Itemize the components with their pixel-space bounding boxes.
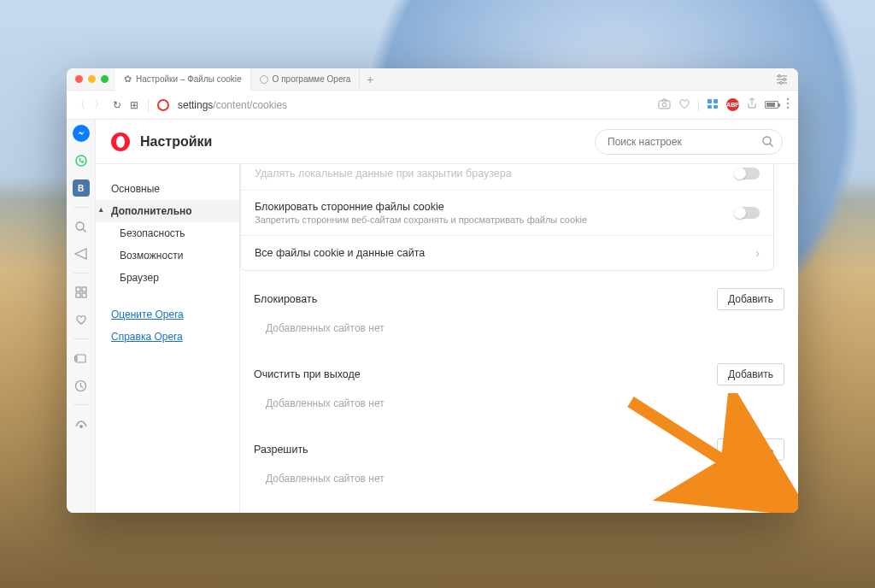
toolbar: 〈 〉 ↻ ⊞ settings/content/cookies ABP bbox=[67, 91, 798, 120]
svg-rect-17 bbox=[82, 293, 86, 297]
vk-icon[interactable]: B bbox=[73, 179, 90, 197]
easy-setup-icon[interactable] bbox=[769, 74, 795, 85]
settings-header: Настройки bbox=[96, 120, 798, 164]
svg-point-4 bbox=[662, 103, 667, 107]
settings-sidebar-icon[interactable] bbox=[73, 415, 90, 432]
row-label: Блокировать сторонние файлы cookie bbox=[255, 201, 734, 213]
svg-point-11 bbox=[787, 107, 790, 109]
minimize-window-icon[interactable] bbox=[88, 75, 96, 83]
whatsapp-icon[interactable] bbox=[73, 152, 90, 169]
personal-news-icon[interactable] bbox=[73, 245, 90, 262]
sidenav-advanced[interactable]: Дополнительно bbox=[96, 200, 239, 222]
add-clear-button[interactable]: Добавить bbox=[717, 363, 784, 385]
section-allow: Разрешить Добавить bbox=[240, 421, 798, 466]
tab-label: О программе Opera bbox=[273, 74, 351, 84]
separator bbox=[73, 273, 89, 273]
tab-strip: ✿ Настройки – Файлы cookie О программе O… bbox=[67, 68, 798, 91]
maximize-window-icon[interactable] bbox=[101, 75, 109, 83]
sidenav-help-link[interactable]: Справка Opera bbox=[111, 326, 239, 347]
svg-rect-5 bbox=[708, 99, 712, 103]
svg-rect-7 bbox=[708, 105, 712, 109]
section-label: Разрешить bbox=[254, 444, 717, 456]
svg-rect-18 bbox=[76, 355, 85, 362]
clear-empty-text: Добавленных сайтов нет bbox=[240, 391, 798, 421]
row-description: Запретить сторонним веб-сайтам сохранять… bbox=[255, 215, 734, 225]
tab-about-opera[interactable]: О программе Opera bbox=[251, 68, 361, 91]
menu-icon[interactable] bbox=[786, 97, 790, 112]
snapshot-sidebar-icon[interactable] bbox=[73, 350, 90, 367]
adblock-icon[interactable]: ABP bbox=[726, 98, 739, 111]
speed-dial-icon[interactable]: ⊞ bbox=[130, 99, 139, 111]
separator bbox=[148, 98, 149, 112]
opera-badge-icon bbox=[157, 99, 169, 111]
row-block-third-party[interactable]: Блокировать сторонние файлы cookie Запре… bbox=[241, 190, 773, 235]
search-input[interactable] bbox=[595, 129, 783, 155]
reload-icon[interactable]: ↻ bbox=[113, 99, 121, 111]
section-block: Блокировать Добавить bbox=[240, 271, 798, 315]
battery-icon bbox=[765, 101, 778, 109]
history-icon[interactable] bbox=[73, 377, 90, 394]
tab-label: Настройки – Файлы cookie bbox=[136, 74, 242, 84]
separator bbox=[73, 338, 89, 339]
svg-rect-6 bbox=[714, 99, 718, 103]
svg-point-1 bbox=[784, 78, 786, 80]
settings-pane: Удалять локальные данные при закрытии бр… bbox=[239, 164, 798, 513]
sidenav-browser[interactable]: Браузер bbox=[120, 267, 239, 289]
main-area: Настройки Основные Дополнительно Безопас… bbox=[96, 120, 798, 513]
address-bar[interactable]: settings/content/cookies bbox=[178, 99, 649, 111]
new-tab-button[interactable]: + bbox=[360, 73, 380, 86]
back-icon[interactable]: 〈 bbox=[75, 97, 85, 112]
opera-icon bbox=[260, 75, 268, 84]
toolbar-actions: ABP bbox=[658, 97, 790, 112]
toggle-switch[interactable] bbox=[734, 168, 760, 179]
sidebar-extensions-icon[interactable] bbox=[707, 98, 719, 112]
svg-rect-15 bbox=[82, 287, 86, 291]
svg-point-12 bbox=[76, 156, 86, 166]
speed-dial-sidebar-icon[interactable] bbox=[73, 284, 90, 301]
sidenav-security[interactable]: Безопасность bbox=[120, 222, 239, 244]
browser-window: ✿ Настройки – Файлы cookie О программе O… bbox=[67, 68, 798, 513]
svg-point-21 bbox=[79, 426, 82, 428]
forward-icon[interactable]: 〉 bbox=[94, 97, 104, 112]
row-delete-on-close[interactable]: Удалять локальные данные при закрытии бр… bbox=[241, 164, 773, 190]
sidebar-rail: B bbox=[67, 120, 96, 513]
settings-sidenav: Основные Дополнительно Безопасность Возм… bbox=[96, 164, 239, 513]
section-clear-on-exit: Очистить при выходе Добавить bbox=[240, 346, 798, 391]
row-label: Удалять локальные данные при закрытии бр… bbox=[255, 168, 734, 179]
row-all-cookies[interactable]: Все файлы cookie и данные сайта › bbox=[241, 235, 773, 270]
search-icon bbox=[761, 135, 774, 151]
add-allow-button[interactable]: Добавить bbox=[717, 438, 784, 461]
svg-rect-14 bbox=[76, 287, 80, 291]
close-window-icon[interactable] bbox=[75, 75, 83, 83]
row-label: Все файлы cookie и данные сайта bbox=[255, 247, 755, 259]
svg-point-10 bbox=[787, 103, 790, 105]
window-controls[interactable] bbox=[70, 75, 115, 83]
sidenav-rate-link[interactable]: Оцените Opera bbox=[111, 304, 239, 325]
bookmarks-sidebar-icon[interactable] bbox=[73, 311, 90, 328]
separator bbox=[698, 99, 699, 111]
separator bbox=[73, 207, 89, 208]
sidenav-basic[interactable]: Основные bbox=[111, 178, 239, 200]
settings-search bbox=[595, 129, 783, 155]
search-sidebar-icon[interactable] bbox=[73, 218, 90, 235]
url-path: /content/cookies bbox=[213, 99, 287, 111]
heart-icon[interactable] bbox=[678, 98, 690, 112]
snapshot-icon[interactable] bbox=[658, 98, 671, 112]
separator bbox=[73, 404, 89, 405]
add-block-button[interactable]: Добавить bbox=[717, 288, 784, 310]
tab-settings-cookies[interactable]: ✿ Настройки – Файлы cookie bbox=[115, 68, 251, 91]
url-host: settings bbox=[178, 99, 213, 111]
sidenav-features[interactable]: Возможности bbox=[120, 244, 239, 267]
svg-point-13 bbox=[76, 222, 84, 230]
share-icon[interactable] bbox=[747, 97, 757, 112]
toggle-switch[interactable] bbox=[734, 207, 760, 219]
opera-logo-icon bbox=[111, 132, 130, 151]
svg-point-2 bbox=[780, 81, 783, 84]
section-label: Блокировать bbox=[254, 293, 717, 305]
svg-point-9 bbox=[787, 98, 790, 101]
svg-point-0 bbox=[778, 74, 781, 77]
svg-rect-8 bbox=[714, 105, 718, 109]
messenger-icon[interactable] bbox=[73, 125, 90, 142]
svg-point-22 bbox=[763, 137, 771, 144]
chevron-right-icon: › bbox=[755, 246, 760, 260]
